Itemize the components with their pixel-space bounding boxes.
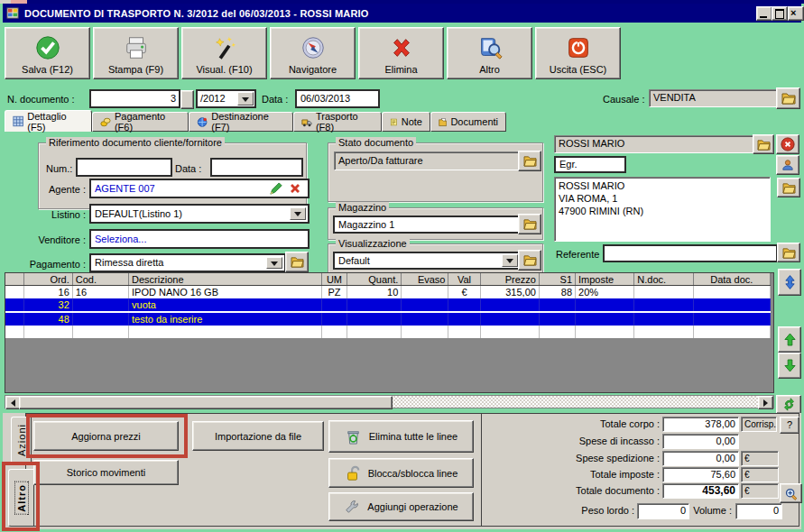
listino-dropdown[interactable]: DEFAULT(Listino 1) xyxy=(89,204,310,224)
cell-val[interactable]: € xyxy=(448,286,480,299)
line-down-button[interactable] xyxy=(778,353,801,379)
tab-documenti[interactable]: Documenti xyxy=(430,112,506,132)
col-quant[interactable]: Quant. xyxy=(347,273,402,286)
cell-um[interactable] xyxy=(321,326,347,338)
tab-dettaglio[interactable]: Dettaglio (F5) xyxy=(5,110,92,132)
col-datadoc[interactable]: Data doc. xyxy=(693,273,770,286)
row-selector[interactable] xyxy=(5,298,23,312)
save-button[interactable]: Salva (F12) xyxy=(5,27,90,79)
minimize-button[interactable] xyxy=(756,6,772,21)
cell-ord[interactable]: 48 xyxy=(23,312,72,326)
cell-datadoc[interactable] xyxy=(693,298,770,312)
cell-ndoc[interactable] xyxy=(634,326,693,338)
scroll-thumb[interactable] xyxy=(19,396,393,409)
cell-quant[interactable] xyxy=(347,312,402,326)
referente-input[interactable] xyxy=(603,244,778,262)
doc-number-spin-button[interactable] xyxy=(180,90,194,109)
causale-lookup-button[interactable] xyxy=(776,87,800,109)
maximize-button[interactable] xyxy=(772,6,788,21)
cell-cod[interactable]: 16 xyxy=(72,286,128,299)
cell-imposte[interactable] xyxy=(576,312,634,326)
grid-row-3-selected[interactable]: 48 testo da inserire xyxy=(5,312,771,326)
col-ndoc[interactable]: N.doc. xyxy=(634,273,693,286)
cell-ord[interactable]: 32 xyxy=(23,298,72,312)
cell-s1[interactable] xyxy=(539,312,575,326)
totals-detail-button[interactable] xyxy=(780,483,802,503)
pagamento-arrow[interactable] xyxy=(266,257,282,269)
cell-quant[interactable] xyxy=(347,326,402,338)
cell-val[interactable] xyxy=(448,326,480,338)
doc-number-input[interactable]: 3 xyxy=(89,89,180,108)
cell-prezzo[interactable] xyxy=(480,298,539,312)
importazione-button[interactable]: Importazione da file xyxy=(192,421,324,451)
aggiungi-operazione-button[interactable]: Aggiungi operazione xyxy=(328,492,474,521)
magazzino-lookup-button[interactable] xyxy=(518,214,541,234)
cell-s1[interactable] xyxy=(539,326,575,338)
cell-prezzo[interactable] xyxy=(480,312,539,326)
riferimento-data-input[interactable] xyxy=(210,158,303,177)
cell-ndoc[interactable] xyxy=(634,312,693,326)
cell-ndoc[interactable] xyxy=(634,286,693,299)
stato-field[interactable]: Aperto/Da fatturare xyxy=(334,151,520,170)
cell-s1[interactable] xyxy=(539,298,575,312)
help-button[interactable]: ? xyxy=(780,417,799,434)
cliente-contact-button[interactable] xyxy=(776,155,799,175)
doc-year-arrow[interactable] xyxy=(237,92,254,105)
cell-imposte[interactable]: 20% xyxy=(576,286,634,299)
grid-selector-header[interactable] xyxy=(5,273,23,286)
totale-documento-field[interactable]: 453,60 xyxy=(662,483,739,499)
stato-lookup-button[interactable] xyxy=(518,151,541,171)
col-um[interactable]: UM xyxy=(321,273,347,286)
row-selector[interactable] xyxy=(5,326,23,338)
col-imposte[interactable]: Imposte xyxy=(576,273,634,286)
causale-field[interactable]: VENDITA xyxy=(649,89,777,107)
move-line-button[interactable] xyxy=(778,269,801,296)
magazzino-field[interactable]: Magazzino 1 xyxy=(333,216,521,234)
col-val[interactable]: Val xyxy=(448,273,480,286)
row-selector[interactable] xyxy=(5,312,23,326)
cell-imposte[interactable] xyxy=(576,298,634,312)
storico-movimenti-button[interactable]: Storico movimenti xyxy=(33,460,179,485)
doc-date-input[interactable]: 06/03/2013 xyxy=(295,89,380,108)
cell-evaso[interactable] xyxy=(402,326,448,338)
cell-um[interactable]: PZ xyxy=(321,286,347,299)
col-descrizione[interactable]: Descrizione xyxy=(129,273,322,286)
col-evaso[interactable]: Evaso xyxy=(402,273,448,286)
grid-horizontal-scrollbar[interactable] xyxy=(5,395,774,408)
listino-arrow[interactable] xyxy=(290,207,306,220)
delete-button[interactable]: Elimina xyxy=(358,27,444,79)
totale-imposte-field[interactable]: 75,60 xyxy=(662,467,739,482)
cell-imposte[interactable] xyxy=(576,326,634,338)
scroll-right-button[interactable] xyxy=(758,396,773,409)
visualizzazione-arrow[interactable] xyxy=(502,254,518,267)
cell-ord[interactable]: 16 xyxy=(23,286,72,299)
cell-descrizione[interactable] xyxy=(129,326,322,338)
agente-field[interactable]: AGENTE 007 xyxy=(89,179,310,198)
cliente-name-field[interactable]: ROSSI MARIO xyxy=(554,135,754,153)
exit-button[interactable]: Uscita (ESC) xyxy=(535,27,621,79)
tab-pagamento[interactable]: Pagamento (F6) xyxy=(92,112,189,132)
cell-cod[interactable] xyxy=(72,326,128,338)
grid-row-2-selected[interactable]: 32 vuota xyxy=(5,298,771,312)
cell-um[interactable] xyxy=(321,312,347,326)
more-button[interactable]: Altro xyxy=(447,27,532,79)
referente-lookup-button[interactable] xyxy=(777,243,800,262)
cell-evaso[interactable] xyxy=(402,286,448,299)
cell-um[interactable] xyxy=(321,298,347,312)
spese-incasso-field[interactable]: 0,00 xyxy=(662,434,739,449)
spese-spedizione-field[interactable]: 0,00 xyxy=(662,451,739,466)
pencil-icon[interactable] xyxy=(269,182,282,196)
cell-evaso[interactable] xyxy=(402,298,448,312)
doc-year-dropdown[interactable]: /2012 xyxy=(196,89,256,108)
cell-ord[interactable] xyxy=(23,326,72,338)
tab-note[interactable]: Note xyxy=(382,112,430,132)
pagamento-lookup-button[interactable] xyxy=(285,252,309,272)
cell-descrizione[interactable]: vuota xyxy=(129,298,322,312)
cell-prezzo[interactable]: 315,00 xyxy=(480,286,539,299)
cliente-address-box[interactable]: ROSSI MARIO VIA ROMA, 1 47900 RIMINI (RN… xyxy=(554,177,771,242)
tab-destinazione[interactable]: Destinazione (F7) xyxy=(189,112,293,132)
cell-prezzo[interactable] xyxy=(480,326,539,338)
blocca-linee-button[interactable]: Blocca/sblocca linee xyxy=(328,458,474,488)
cell-cod[interactable] xyxy=(72,312,128,326)
pagamento-dropdown[interactable]: Rimessa diretta xyxy=(89,253,286,272)
